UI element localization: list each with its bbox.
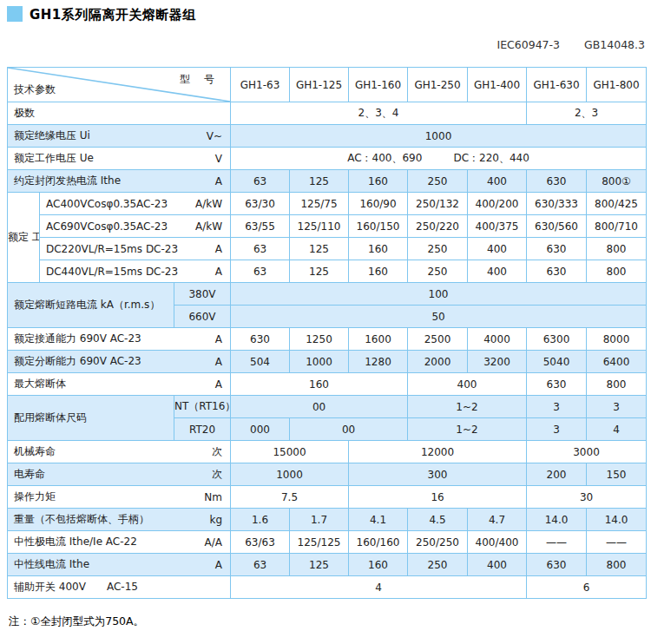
spec-cell: 63/30 xyxy=(231,193,290,215)
spec-cell: 6 xyxy=(527,576,647,599)
spec-cell: 630 xyxy=(527,260,587,283)
table-row: 中性极电流 Ithe/Ie AC-22A/A63/63125/125160/16… xyxy=(8,531,647,554)
row-label: 中性线电流 Ithe xyxy=(14,557,89,572)
spec-cell: 3000 xyxy=(527,441,647,463)
row-unit: A/kW xyxy=(192,198,222,210)
row-label: 配用熔断体尺码 xyxy=(14,411,87,425)
spec-cell: 160 xyxy=(349,170,408,193)
table-row: 机械寿命次15000120003000 xyxy=(8,441,647,463)
corner-cell: 型 号技术参数 xyxy=(8,68,231,102)
table-row: 额定绝缘电压 UiV~1000 xyxy=(8,125,647,148)
model-header: GH1-630 xyxy=(527,68,587,102)
row-label-cell: 中性极电流 Ithe/Ie AC-22A/A xyxy=(8,531,231,554)
row-unit: A xyxy=(212,378,222,391)
sub-label-cell: RT20 xyxy=(174,418,231,441)
spec-cell: 63 xyxy=(231,238,290,260)
model-header: GH1-160 xyxy=(349,68,408,102)
model-header: GH1-800 xyxy=(587,68,647,102)
spec-cell: 1600 xyxy=(349,328,408,351)
spec-cell: 125/110 xyxy=(290,215,349,238)
spec-cell: 63 xyxy=(231,554,290,576)
model-header: GH1-250 xyxy=(408,68,468,102)
spec-cell: 630 xyxy=(231,328,290,351)
model-header: GH1-125 xyxy=(290,68,349,102)
spec-cell: —— xyxy=(527,531,587,554)
spec-cell: 800/425 xyxy=(587,193,647,215)
spec-cell: 00 xyxy=(231,396,408,418)
spec-cell: 7.5 xyxy=(231,486,349,509)
spec-cell: 2、3、4 xyxy=(231,102,527,125)
standards-line: IEC60947-3 GB14048.3 xyxy=(497,38,646,51)
spec-cell: 504 xyxy=(231,351,290,373)
spec-cell: 800 xyxy=(587,554,647,576)
row-label-cell: 额定分断能力 690V AC-23A xyxy=(8,351,231,373)
spec-cell: 63/63 xyxy=(231,531,290,554)
spec-cell: 125 xyxy=(290,170,349,193)
row-label: 重量（不包括熔断体、手柄） xyxy=(14,512,149,527)
sub-label-cell: 660V xyxy=(174,306,231,328)
table-row: 最大熔断体A160400630800 xyxy=(8,373,647,396)
spec-cell: 400 xyxy=(468,260,527,283)
table-row: 电寿命次1000300200150 xyxy=(8,463,647,486)
group-label-cell: 额定 工作 电流 （Ie） 功率 xyxy=(8,193,40,283)
table-row: 额定分断能力 690V AC-23A5041000128020003200504… xyxy=(8,351,647,373)
spec-cell: 50 xyxy=(231,306,647,328)
spec-cell: 1280 xyxy=(349,351,408,373)
spec-cell: 125 xyxy=(290,260,349,283)
spec-cell: 3200 xyxy=(468,351,527,373)
spec-cell: 00 xyxy=(290,418,408,441)
spec-cell: 160 xyxy=(349,260,408,283)
row-label-cell: 最大熔断体A xyxy=(8,373,231,396)
spec-cell: 1250 xyxy=(290,328,349,351)
header-row: 型 号技术参数GH1-63GH1-125GH1-160GH1-250GH1-40… xyxy=(8,68,647,102)
spec-cell: 400 xyxy=(468,170,527,193)
spec-cell: 300 xyxy=(349,463,527,486)
spec-cell: —— xyxy=(587,531,647,554)
row-unit: V~ xyxy=(203,130,222,142)
table-row: 辅助开关 400V AC-1546 xyxy=(8,576,647,599)
spec-cell: 4.5 xyxy=(408,509,468,531)
spec-cell: 125 xyxy=(290,238,349,260)
table-row: 约定封闭发热电流 ItheA63125160250400630800① xyxy=(8,170,647,193)
group-label-cell: 配用熔断体尺码 xyxy=(8,396,174,441)
spec-cell: 800① xyxy=(587,170,647,193)
row-unit: A xyxy=(212,175,222,187)
spec-cell: 4 xyxy=(231,576,527,599)
row-label-cell: 电寿命次 xyxy=(8,463,231,486)
spec-cell: 400 xyxy=(468,238,527,260)
row-label: 中性极电流 Ithe/Ie AC-22 xyxy=(14,535,137,549)
row-label: DC220VL/R=15ms DC-23 xyxy=(46,243,178,255)
row-label: 额定绝缘电压 Ui xyxy=(14,128,90,143)
spec-cell: 400/375 xyxy=(468,215,527,238)
row-label: 机械寿命 xyxy=(14,444,56,459)
row-unit: V xyxy=(212,153,222,165)
spec-cell: 1~2 xyxy=(408,418,527,441)
row-unit: A/A xyxy=(201,536,222,549)
group-label-cell: 额定熔断短路电流 kA（r.m.s） xyxy=(8,283,174,328)
corner-param-label: 技术参数 xyxy=(14,82,56,97)
spec-cell: 63 xyxy=(231,170,290,193)
row-label-cell: DC440VL/R=15ms DC-23A xyxy=(40,260,231,283)
spec-cell: 630 xyxy=(527,238,587,260)
row-unit: kg xyxy=(206,514,222,526)
spec-cell: 4 xyxy=(587,418,647,441)
spec-table-body: 型 号技术参数GH1-63GH1-125GH1-160GH1-250GH1-40… xyxy=(8,68,647,599)
spec-cell: 200 xyxy=(527,463,587,486)
standard-iec: IEC60947-3 xyxy=(497,38,561,51)
spec-cell: 6300 xyxy=(527,328,587,351)
table-row: 中性线电流 ItheA63125160250400630800 xyxy=(8,554,647,576)
table-row: 额定 工作 电流 （Ie） 功率AC400VCosφ0.35AC-23A/kW6… xyxy=(8,193,647,215)
row-label: AC690VCosφ0.35AC-23 xyxy=(46,220,168,233)
table-row: 操作力矩Nm7.51630 xyxy=(8,486,647,509)
spec-cell: 2000 xyxy=(408,351,468,373)
spec-cell: 100 xyxy=(231,283,647,306)
spec-cell: 4.7 xyxy=(468,509,527,531)
spec-cell: 125/75 xyxy=(290,193,349,215)
row-unit: A xyxy=(212,559,222,571)
spec-cell: 160/90 xyxy=(349,193,408,215)
spec-cell: 63/55 xyxy=(231,215,290,238)
spec-cell: 800 xyxy=(587,238,647,260)
row-unit: Nm xyxy=(201,491,222,503)
spec-cell: 1.7 xyxy=(290,509,349,531)
spec-cell: 3 xyxy=(587,396,647,418)
